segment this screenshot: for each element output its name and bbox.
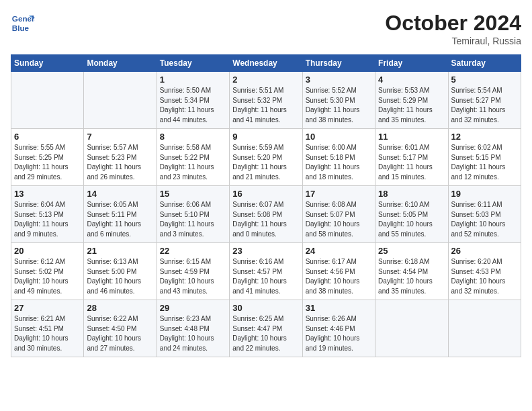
calendar-cell: 10Sunrise: 6:00 AM Sunset: 5:18 PM Dayli… [302, 129, 375, 186]
calendar-week-5: 27Sunrise: 6:21 AM Sunset: 4:51 PM Dayli… [11, 300, 521, 357]
calendar-cell: 31Sunrise: 6:26 AM Sunset: 4:46 PM Dayli… [302, 300, 375, 357]
calendar-cell: 13Sunrise: 6:04 AM Sunset: 5:13 PM Dayli… [11, 186, 84, 243]
day-info: Sunrise: 6:05 AM Sunset: 5:11 PM Dayligh… [87, 200, 153, 239]
day-number: 15 [160, 189, 226, 199]
day-number: 22 [160, 246, 226, 256]
day-number: 19 [451, 189, 518, 199]
calendar-week-2: 6Sunrise: 5:55 AM Sunset: 5:25 PM Daylig… [11, 129, 521, 186]
day-number: 6 [14, 132, 81, 142]
calendar-cell: 26Sunrise: 6:20 AM Sunset: 4:53 PM Dayli… [448, 243, 521, 300]
calendar-cell: 24Sunrise: 6:17 AM Sunset: 4:56 PM Dayli… [302, 243, 375, 300]
calendar-cell: 23Sunrise: 6:16 AM Sunset: 4:57 PM Dayli… [230, 243, 302, 300]
calendar-cell: 3Sunrise: 5:52 AM Sunset: 5:30 PM Daylig… [302, 72, 375, 129]
day-number: 3 [306, 75, 372, 85]
day-number: 8 [160, 132, 226, 142]
day-info: Sunrise: 6:11 AM Sunset: 5:03 PM Dayligh… [451, 200, 518, 239]
calendar-cell: 16Sunrise: 6:07 AM Sunset: 5:08 PM Dayli… [230, 186, 302, 243]
calendar-cell: 14Sunrise: 6:05 AM Sunset: 5:11 PM Dayli… [84, 186, 157, 243]
weekday-header-sunday: Sunday [11, 55, 84, 72]
calendar-cell: 27Sunrise: 6:21 AM Sunset: 4:51 PM Dayli… [11, 300, 84, 357]
day-info: Sunrise: 6:10 AM Sunset: 5:05 PM Dayligh… [378, 200, 445, 239]
day-number: 11 [378, 132, 445, 142]
calendar-cell: 29Sunrise: 6:23 AM Sunset: 4:48 PM Dayli… [157, 300, 229, 357]
day-number: 4 [378, 75, 445, 85]
calendar-cell: 11Sunrise: 6:01 AM Sunset: 5:17 PM Dayli… [375, 129, 448, 186]
day-info: Sunrise: 6:07 AM Sunset: 5:08 PM Dayligh… [232, 200, 299, 239]
day-info: Sunrise: 6:13 AM Sunset: 5:00 PM Dayligh… [87, 257, 153, 296]
day-number: 2 [232, 75, 299, 85]
calendar-cell: 17Sunrise: 6:08 AM Sunset: 5:07 PM Dayli… [302, 186, 375, 243]
day-info: Sunrise: 5:58 AM Sunset: 5:22 PM Dayligh… [160, 143, 226, 182]
day-number: 18 [378, 189, 445, 199]
day-info: Sunrise: 6:18 AM Sunset: 4:54 PM Dayligh… [378, 257, 445, 296]
day-number: 29 [160, 303, 226, 313]
day-number: 20 [14, 246, 81, 256]
calendar-cell: 25Sunrise: 6:18 AM Sunset: 4:54 PM Dayli… [375, 243, 448, 300]
day-info: Sunrise: 5:52 AM Sunset: 5:30 PM Dayligh… [306, 86, 372, 125]
weekday-header-tuesday: Tuesday [157, 55, 229, 72]
calendar-cell: 28Sunrise: 6:22 AM Sunset: 4:50 PM Dayli… [84, 300, 157, 357]
calendar-cell: 19Sunrise: 6:11 AM Sunset: 5:03 PM Dayli… [448, 186, 521, 243]
calendar-cell: 6Sunrise: 5:55 AM Sunset: 5:25 PM Daylig… [11, 129, 84, 186]
calendar-cell [11, 72, 84, 129]
calendar-cell: 4Sunrise: 5:53 AM Sunset: 5:29 PM Daylig… [375, 72, 448, 129]
day-info: Sunrise: 6:21 AM Sunset: 4:51 PM Dayligh… [14, 314, 81, 353]
calendar-cell: 30Sunrise: 6:25 AM Sunset: 4:47 PM Dayli… [230, 300, 302, 357]
day-info: Sunrise: 6:22 AM Sunset: 4:50 PM Dayligh… [87, 314, 153, 353]
month-title: October 2024 [385, 11, 521, 36]
day-info: Sunrise: 6:02 AM Sunset: 5:15 PM Dayligh… [451, 143, 518, 182]
calendar-cell: 7Sunrise: 5:57 AM Sunset: 5:23 PM Daylig… [84, 129, 157, 186]
day-number: 16 [232, 189, 299, 199]
day-info: Sunrise: 5:51 AM Sunset: 5:32 PM Dayligh… [232, 86, 299, 125]
logo: General Blue [11, 11, 35, 35]
day-info: Sunrise: 5:59 AM Sunset: 5:20 PM Dayligh… [232, 143, 299, 182]
calendar-cell: 2Sunrise: 5:51 AM Sunset: 5:32 PM Daylig… [230, 72, 302, 129]
day-info: Sunrise: 6:06 AM Sunset: 5:10 PM Dayligh… [160, 200, 226, 239]
day-number: 30 [232, 303, 299, 313]
weekday-header-monday: Monday [84, 55, 157, 72]
calendar-header: SundayMondayTuesdayWednesdayThursdayFrid… [11, 55, 521, 72]
calendar-week-1: 1Sunrise: 5:50 AM Sunset: 5:34 PM Daylig… [11, 72, 521, 129]
calendar-cell [448, 300, 521, 357]
location-subtitle: Temiraul, Russia [385, 36, 521, 46]
day-number: 31 [306, 303, 372, 313]
day-info: Sunrise: 6:23 AM Sunset: 4:48 PM Dayligh… [160, 314, 226, 353]
day-number: 24 [306, 246, 372, 256]
day-info: Sunrise: 6:01 AM Sunset: 5:17 PM Dayligh… [378, 143, 445, 182]
logo-icon: General Blue [11, 11, 35, 35]
calendar-cell [84, 72, 157, 129]
day-info: Sunrise: 6:20 AM Sunset: 4:53 PM Dayligh… [451, 257, 518, 296]
day-number: 21 [87, 246, 153, 256]
day-info: Sunrise: 6:04 AM Sunset: 5:13 PM Dayligh… [14, 200, 81, 239]
weekday-header-saturday: Saturday [448, 55, 521, 72]
day-number: 1 [160, 75, 226, 85]
day-info: Sunrise: 6:08 AM Sunset: 5:07 PM Dayligh… [306, 200, 372, 239]
calendar-cell: 21Sunrise: 6:13 AM Sunset: 5:00 PM Dayli… [84, 243, 157, 300]
svg-text:General: General [12, 14, 35, 23]
calendar-cell: 12Sunrise: 6:02 AM Sunset: 5:15 PM Dayli… [448, 129, 521, 186]
svg-text:Blue: Blue [12, 24, 30, 32]
calendar-cell: 1Sunrise: 5:50 AM Sunset: 5:34 PM Daylig… [157, 72, 229, 129]
day-number: 27 [14, 303, 81, 313]
title-block: October 2024 Temiraul, Russia [385, 11, 521, 46]
day-info: Sunrise: 6:25 AM Sunset: 4:47 PM Dayligh… [232, 314, 299, 353]
weekday-header-wednesday: Wednesday [230, 55, 302, 72]
day-info: Sunrise: 5:55 AM Sunset: 5:25 PM Dayligh… [14, 143, 81, 182]
day-number: 5 [451, 75, 518, 85]
day-info: Sunrise: 5:54 AM Sunset: 5:27 PM Dayligh… [451, 86, 518, 125]
calendar-cell: 20Sunrise: 6:12 AM Sunset: 5:02 PM Dayli… [11, 243, 84, 300]
day-info: Sunrise: 5:53 AM Sunset: 5:29 PM Dayligh… [378, 86, 445, 125]
weekday-header-thursday: Thursday [302, 55, 375, 72]
calendar-cell: 18Sunrise: 6:10 AM Sunset: 5:05 PM Dayli… [375, 186, 448, 243]
day-number: 17 [306, 189, 372, 199]
day-info: Sunrise: 5:57 AM Sunset: 5:23 PM Dayligh… [87, 143, 153, 182]
day-info: Sunrise: 6:26 AM Sunset: 4:46 PM Dayligh… [306, 314, 372, 353]
calendar-cell: 5Sunrise: 5:54 AM Sunset: 5:27 PM Daylig… [448, 72, 521, 129]
day-number: 14 [87, 189, 153, 199]
weekday-header-friday: Friday [375, 55, 448, 72]
day-number: 25 [378, 246, 445, 256]
calendar-cell [375, 300, 448, 357]
day-number: 9 [232, 132, 299, 142]
day-number: 23 [232, 246, 299, 256]
day-number: 7 [87, 132, 153, 142]
